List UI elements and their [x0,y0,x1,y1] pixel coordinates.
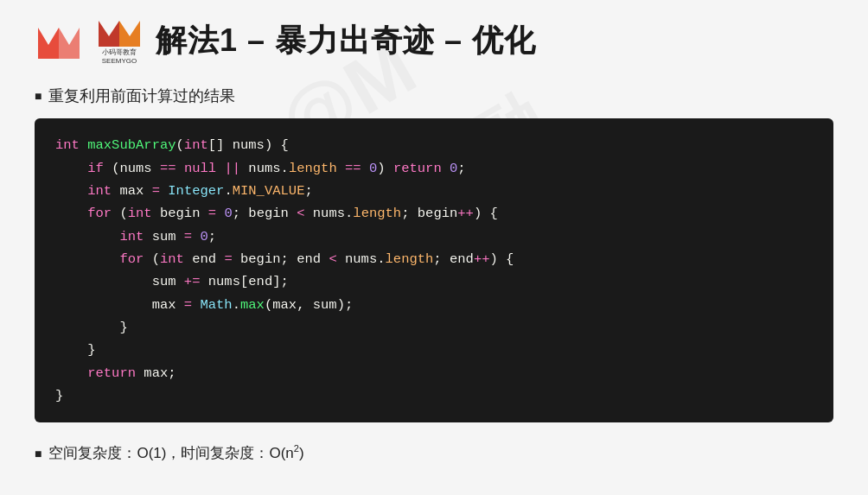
svg-marker-5 [119,21,140,47]
complexity-label: 空间复杂度：O(1)，时间复杂度：O(n2) [35,443,833,463]
svg-marker-0 [38,28,59,59]
logo: 小码哥教育 SEEMYGO [35,21,83,62]
page-title: 解法1 – 暴力出奇迹 – 优化 [156,20,536,62]
logo-mark [97,17,142,48]
svg-marker-4 [99,21,119,47]
code-block: int maxSubArray(int[] nums) { if (nums =… [35,118,833,422]
svg-marker-1 [59,28,80,59]
header: 小码哥教育 SEEMYGO 小码哥教育 SEEMYGO 解法1 – 暴力出奇迹 … [35,17,833,65]
section1-label: 重复利用前面计算过的结果 [35,86,833,106]
